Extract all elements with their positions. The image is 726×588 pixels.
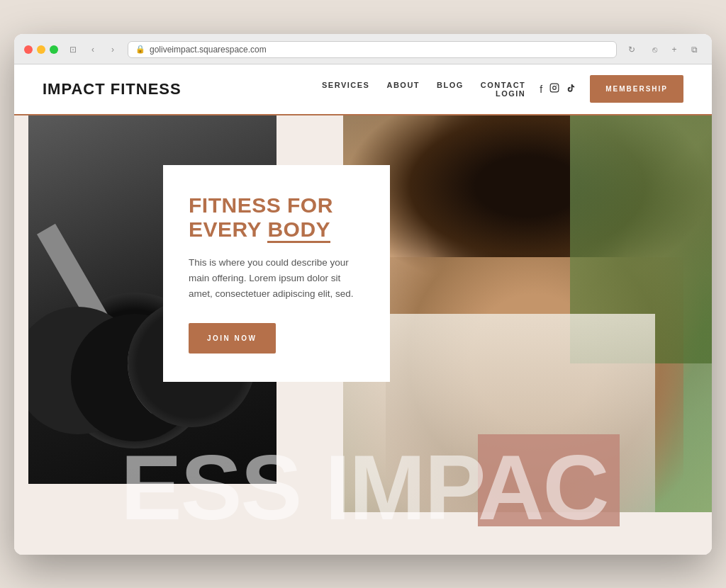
- window-icon[interactable]: ⊡: [65, 42, 81, 57]
- hero-heading: FITNESS FOR EVERY BODY: [189, 193, 364, 242]
- hero-heading-line1: FITNESS FOR: [189, 193, 333, 217]
- browser-controls: ⊡ ‹ ›: [65, 42, 121, 57]
- new-tab-button[interactable]: +: [666, 42, 682, 57]
- nav-services[interactable]: SERVICES: [322, 81, 369, 89]
- lock-icon: 🔒: [135, 45, 145, 54]
- hero-accent-rectangle: [478, 434, 620, 526]
- site-nav: SERVICES ABOUT BLOG CONTACT LOGIN f: [322, 75, 683, 103]
- browser-chrome: ⊡ ‹ › 🔒 goliveimpact.squarespace.com ↻ ⎋…: [14, 34, 712, 64]
- nav-login[interactable]: LOGIN: [496, 89, 525, 98]
- nav-row-bottom: LOGIN: [496, 89, 525, 98]
- traffic-lights: [24, 45, 58, 54]
- nav-contact[interactable]: CONTACT: [481, 81, 525, 89]
- social-icons: f: [540, 83, 576, 95]
- nav-blog[interactable]: BLOG: [437, 81, 464, 89]
- url-text: goliveimpact.squarespace.com: [150, 45, 267, 55]
- browser-actions: ⎋ + ⧉: [647, 42, 702, 57]
- browser-window: ⊡ ‹ › 🔒 goliveimpact.squarespace.com ↻ ⎋…: [14, 34, 712, 555]
- maximize-button[interactable]: [50, 45, 58, 54]
- nav-about[interactable]: ABOUT: [386, 81, 420, 89]
- reload-button[interactable]: ↻: [624, 42, 640, 57]
- address-bar[interactable]: 🔒 goliveimpact.squarespace.com: [128, 41, 617, 58]
- nav-row-top: SERVICES ABOUT BLOG CONTACT: [322, 81, 525, 89]
- tabs-button[interactable]: ⧉: [686, 42, 702, 57]
- minimize-button[interactable]: [37, 45, 45, 54]
- hero-content-card: FITNESS FOR EVERY BODY This is where you…: [163, 165, 390, 383]
- svg-rect-0: [550, 84, 559, 92]
- svg-point-1: [553, 86, 557, 90]
- nav-links: SERVICES ABOUT BLOG CONTACT LOGIN: [322, 81, 525, 98]
- join-now-button[interactable]: JOIN NOW: [189, 323, 276, 354]
- instagram-icon[interactable]: [549, 83, 559, 95]
- site-header: IMPACT FITNESS SERVICES ABOUT BLOG CONTA…: [14, 64, 712, 115]
- tiktok-icon[interactable]: [566, 84, 576, 95]
- share-button[interactable]: ⎋: [647, 42, 662, 57]
- website: IMPACT FITNESS SERVICES ABOUT BLOG CONTA…: [14, 64, 712, 555]
- hero-heading-line2: EVERY BODY: [189, 217, 330, 243]
- hero-heading-body: BODY: [267, 217, 330, 243]
- forward-button[interactable]: ›: [105, 42, 121, 57]
- hero-description: This is where you could describe your ma…: [189, 255, 364, 303]
- site-logo[interactable]: IMPACT FITNESS: [43, 80, 182, 98]
- hero-section: FITNESS FOR EVERY BODY This is where you…: [14, 115, 712, 555]
- svg-point-2: [557, 85, 557, 86]
- back-button[interactable]: ‹: [85, 42, 101, 57]
- facebook-icon[interactable]: f: [540, 84, 542, 95]
- close-button[interactable]: [24, 45, 33, 54]
- membership-button[interactable]: MEMBERSHIP: [590, 75, 683, 103]
